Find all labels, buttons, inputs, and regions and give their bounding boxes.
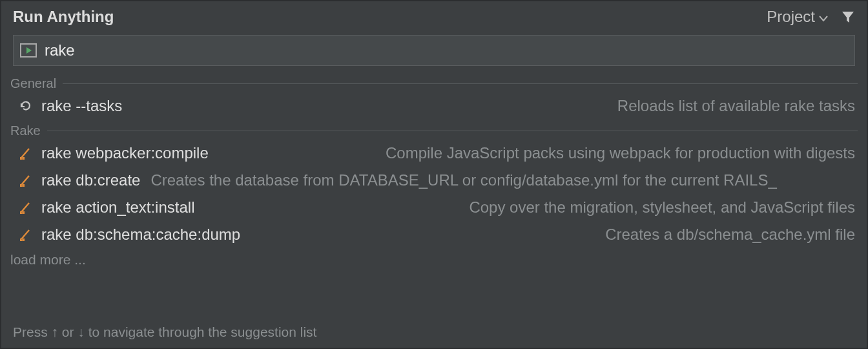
- chevron-down-icon: [819, 8, 828, 26]
- rake-icon: [18, 200, 34, 215]
- result-row[interactable]: rake webpacker:compile Compile JavaScrip…: [1, 140, 867, 167]
- result-command: rake --tasks: [41, 97, 122, 115]
- result-command: rake action_text:install: [41, 198, 194, 217]
- rake-icon: [18, 146, 34, 160]
- divider: [63, 83, 858, 84]
- rake-icon: [18, 173, 34, 187]
- filter-icon[interactable]: [841, 10, 855, 24]
- result-row[interactable]: rake db:schema:cache:dump Creates a db/s…: [1, 221, 867, 248]
- svg-line-1: [21, 149, 29, 158]
- rake-icon: [18, 227, 34, 242]
- result-command: rake webpacker:compile: [41, 144, 209, 162]
- result-command: rake db:schema:cache:dump: [41, 226, 240, 244]
- scope-label: Project: [767, 8, 815, 26]
- section-label: Rake: [10, 123, 41, 138]
- scope-selector[interactable]: Project: [767, 8, 828, 26]
- popup-title: Run Anything: [13, 8, 114, 26]
- load-more-link[interactable]: load more ...: [1, 248, 867, 271]
- search-input[interactable]: [45, 41, 848, 59]
- section-header-rake: Rake: [1, 120, 867, 140]
- footer-hint: Press ↑ or ↓ to navigate through the sug…: [1, 318, 867, 348]
- section-header-general: General: [1, 72, 867, 92]
- result-description: Creates the database from DATABASE_URL o…: [148, 171, 855, 189]
- result-row[interactable]: rake db:create Creates the database from…: [1, 167, 867, 194]
- result-description: Compile JavaScript packs using webpack f…: [216, 144, 855, 162]
- svg-line-16: [21, 230, 29, 239]
- result-description: Copy over the migration, stylesheet, and…: [202, 198, 855, 217]
- result-row[interactable]: rake action_text:install Copy over the m…: [1, 194, 867, 221]
- result-description: Reloads list of available rake tasks: [130, 97, 855, 115]
- divider: [47, 131, 858, 131]
- result-description: Creates a db/schema_cache.yml file: [248, 226, 855, 244]
- run-anything-popup: Run Anything Project General: [0, 0, 868, 349]
- section-label: General: [10, 76, 56, 91]
- header: Run Anything Project: [1, 1, 867, 31]
- run-icon: [20, 43, 37, 58]
- refresh-icon: [18, 100, 34, 112]
- result-command: rake db:create: [41, 171, 140, 189]
- svg-line-11: [21, 203, 29, 212]
- search-field-container: [13, 35, 855, 66]
- svg-line-6: [21, 176, 29, 185]
- result-row[interactable]: rake --tasks Reloads list of available r…: [1, 92, 867, 120]
- header-actions: Project: [767, 8, 855, 26]
